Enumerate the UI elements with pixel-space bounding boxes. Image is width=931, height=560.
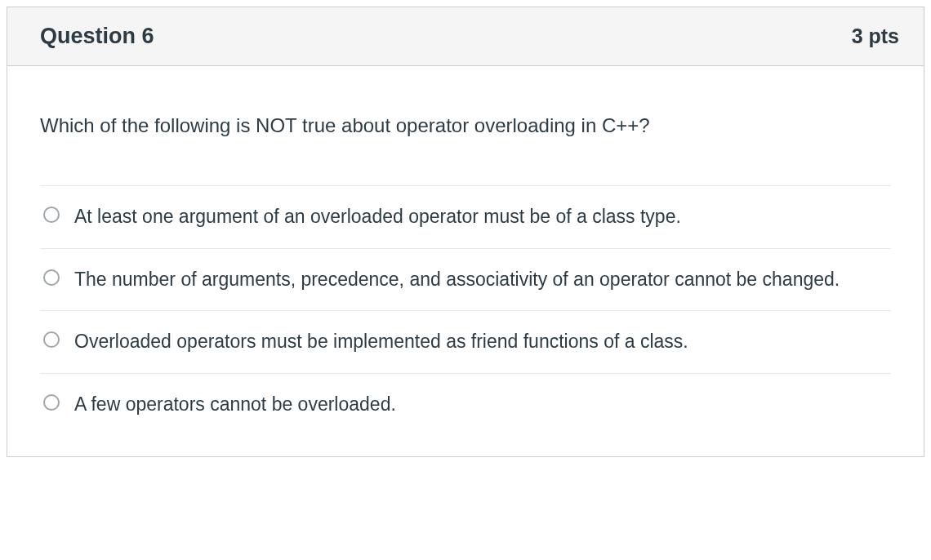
question-title: Question 6 bbox=[40, 24, 154, 49]
radio-icon[interactable] bbox=[43, 331, 60, 348]
question-points: 3 pts bbox=[852, 24, 899, 48]
question-prompt: Which of the following is NOT true about… bbox=[40, 111, 891, 140]
option-row[interactable]: Overloaded operators must be implemented… bbox=[40, 311, 891, 374]
radio-icon[interactable] bbox=[43, 269, 60, 286]
radio-icon[interactable] bbox=[43, 207, 60, 223]
option-label: The number of arguments, precedence, and… bbox=[74, 265, 888, 295]
radio-icon[interactable] bbox=[43, 394, 60, 411]
option-row[interactable]: At least one argument of an overloaded o… bbox=[40, 186, 891, 249]
option-label: A few operators cannot be overloaded. bbox=[74, 390, 888, 420]
option-label: At least one argument of an overloaded o… bbox=[74, 202, 888, 232]
options-list: At least one argument of an overloaded o… bbox=[40, 185, 891, 436]
option-label: Overloaded operators must be implemented… bbox=[74, 327, 888, 357]
question-body: Which of the following is NOT true about… bbox=[7, 66, 924, 456]
option-row[interactable]: The number of arguments, precedence, and… bbox=[40, 249, 891, 312]
question-card: Question 6 3 pts Which of the following … bbox=[7, 7, 924, 457]
question-header: Question 6 3 pts bbox=[7, 7, 924, 66]
option-row[interactable]: A few operators cannot be overloaded. bbox=[40, 374, 891, 436]
